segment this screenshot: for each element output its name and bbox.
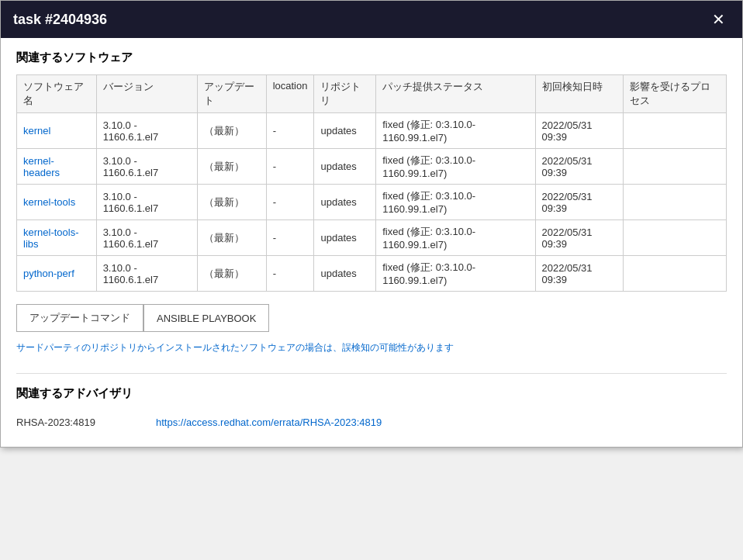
advisory-list: RHSA-2023:4819https://access.redhat.com/… (16, 410, 727, 434)
col-header-location: location (266, 75, 314, 113)
update-cell: （最新） (198, 220, 267, 256)
affected-process-cell (624, 185, 727, 220)
update-cell: （最新） (198, 256, 267, 292)
dialog-header: task #2404936 ✕ (1, 1, 742, 38)
software-link[interactable]: kernel (23, 125, 50, 137)
software-link[interactable]: python-perf (23, 268, 74, 279)
update-cell: （最新） (198, 113, 267, 149)
software-link[interactable]: kernel-headers (23, 155, 60, 178)
location-cell: - (266, 113, 314, 149)
first-detected-cell: 2022/05/31 09:39 (535, 113, 624, 149)
patch-status-cell: fixed (修正: 0:3.10.0-1160.99.1.el7) (376, 256, 535, 292)
first-detected-cell: 2022/05/31 09:39 (535, 149, 624, 185)
table-row: kernel3.10.0 - 1160.6.1.el7（最新）-updatesf… (17, 113, 727, 149)
advisory-id: RHSA-2023:4819 (16, 417, 125, 428)
location-cell: - (266, 220, 314, 256)
advisory-link[interactable]: https://access.redhat.com/errata/RHSA-20… (156, 417, 382, 428)
version-cell: 3.10.0 - 1160.6.1.el7 (96, 149, 197, 185)
affected-process-cell (624, 220, 727, 256)
col-header-update: アップデート (198, 75, 267, 113)
patch-status-cell: fixed (修正: 0:3.10.0-1160.99.1.el7) (376, 113, 535, 149)
version-cell: 3.10.0 - 1160.6.1.el7 (96, 220, 197, 256)
repository-cell: updates (314, 256, 376, 292)
location-cell: - (266, 185, 314, 220)
update-cell: （最新） (198, 149, 267, 185)
close-button[interactable]: ✕ (707, 10, 730, 29)
advisory-section-title: 関連するアドバイザリ (16, 386, 727, 401)
table-row: kernel-tools-libs3.10.0 - 1160.6.1.el7（最… (17, 220, 727, 256)
note-text: サードパーティのリポジトリからインストールされたソフトウェアの場合は、誤検知の可… (16, 341, 727, 354)
affected-process-cell (624, 149, 727, 185)
patch-status-cell: fixed (修正: 0:3.10.0-1160.99.1.el7) (376, 185, 535, 220)
col-header-version: バージョン (96, 75, 197, 113)
button-group: アップデートコマンド ANSIBLE PLAYBOOK (16, 304, 727, 332)
software-section-title: 関連するソフトウェア (16, 50, 727, 65)
location-cell: - (266, 256, 314, 292)
section-divider (16, 373, 727, 374)
repository-cell: updates (314, 113, 376, 149)
table-row: kernel-tools3.10.0 - 1160.6.1.el7（最新）-up… (17, 185, 727, 220)
version-cell: 3.10.0 - 1160.6.1.el7 (96, 256, 197, 292)
col-header-repository: リポジトリ (314, 75, 376, 113)
patch-status-cell: fixed (修正: 0:3.10.0-1160.99.1.el7) (376, 220, 535, 256)
table-row: python-perf3.10.0 - 1160.6.1.el7（最新）-upd… (17, 256, 727, 292)
version-cell: 3.10.0 - 1160.6.1.el7 (96, 113, 197, 149)
col-header-name: ソフトウェア名 (17, 75, 97, 113)
dialog-body: 関連するソフトウェア ソフトウェア名 バージョン アップデート location… (1, 38, 742, 447)
advisory-row: RHSA-2023:4819https://access.redhat.com/… (16, 410, 727, 434)
repository-cell: updates (314, 185, 376, 220)
col-header-affected-process: 影響を受けるプロセス (624, 75, 727, 113)
col-header-patch-status: パッチ提供ステータス (376, 75, 535, 113)
repository-cell: updates (314, 149, 376, 185)
update-command-button[interactable]: アップデートコマンド (16, 304, 143, 332)
affected-process-cell (624, 113, 727, 149)
col-header-first-detected: 初回検知日時 (535, 75, 624, 113)
first-detected-cell: 2022/05/31 09:39 (535, 185, 624, 220)
version-cell: 3.10.0 - 1160.6.1.el7 (96, 185, 197, 220)
affected-process-cell (624, 256, 727, 292)
software-link[interactable]: kernel-tools-libs (23, 226, 79, 250)
first-detected-cell: 2022/05/31 09:39 (535, 220, 624, 256)
patch-status-cell: fixed (修正: 0:3.10.0-1160.99.1.el7) (376, 149, 535, 185)
software-table: ソフトウェア名 バージョン アップデート location リポジトリ パッチ提… (16, 74, 727, 292)
location-cell: - (266, 149, 314, 185)
table-row: kernel-headers3.10.0 - 1160.6.1.el7（最新）-… (17, 149, 727, 185)
update-cell: （最新） (198, 185, 267, 220)
dialog-title: task #2404936 (13, 12, 107, 28)
ansible-playbook-button[interactable]: ANSIBLE PLAYBOOK (143, 304, 269, 332)
dialog: task #2404936 ✕ 関連するソフトウェア ソフトウェア名 バージョン… (0, 0, 743, 448)
software-link[interactable]: kernel-tools (23, 196, 75, 208)
first-detected-cell: 2022/05/31 09:39 (535, 256, 624, 292)
repository-cell: updates (314, 220, 376, 256)
